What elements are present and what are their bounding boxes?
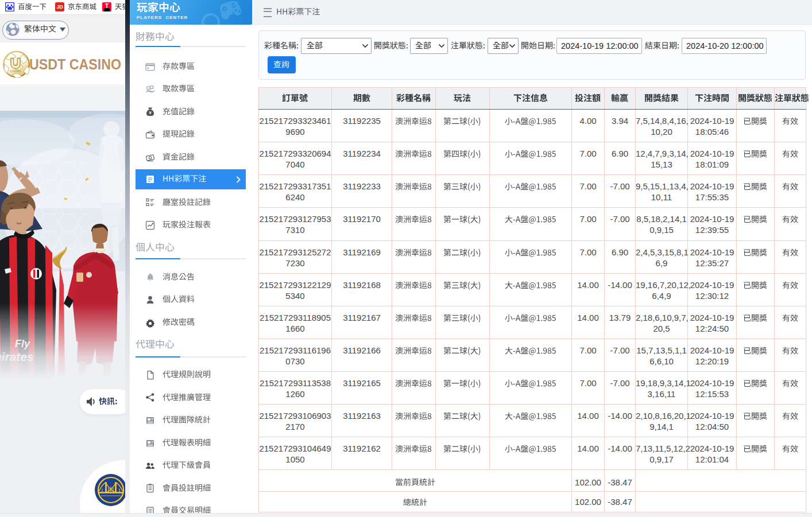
svg-text:CASINO: CASINO xyxy=(10,69,21,73)
